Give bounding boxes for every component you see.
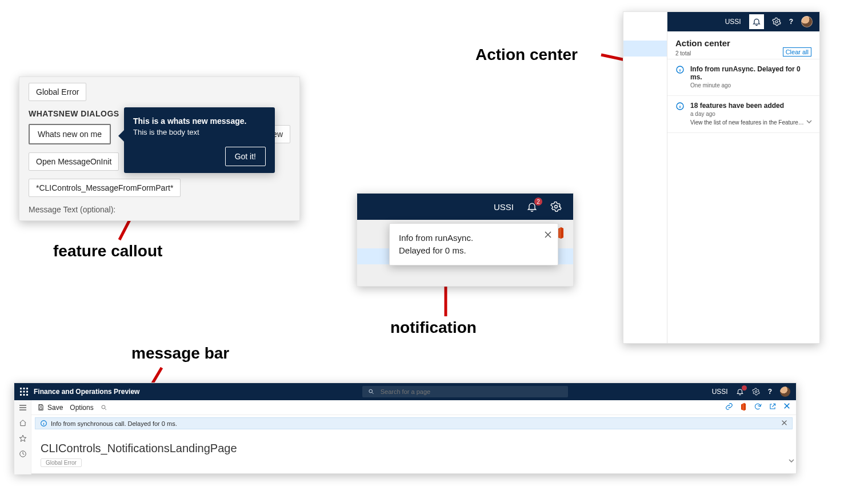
avatar[interactable] (780, 387, 790, 397)
svg-rect-14 (20, 388, 22, 389)
svg-line-24 (372, 392, 373, 393)
ac-item-time: One minute ago (690, 82, 811, 88)
bell-badge: 2 (534, 198, 542, 206)
tooltip-title: This is a whats new message. (133, 116, 266, 126)
search-box[interactable] (362, 386, 568, 397)
gear-icon[interactable] (772, 17, 781, 26)
label-feature-callout: feature callout (53, 242, 162, 260)
svg-point-7 (775, 21, 778, 23)
left-rail (14, 400, 31, 474)
gotit-button[interactable]: Got it! (225, 147, 266, 166)
toolbar: Save Options (31, 400, 796, 415)
hamburger-icon[interactable] (19, 404, 27, 413)
office-icon[interactable] (740, 403, 747, 413)
label-notification: notification (390, 319, 477, 337)
message-bar-text: Info from synchronous call. Delayed for … (51, 420, 177, 427)
ac-topbar: USSI ? (667, 12, 819, 31)
bell-icon[interactable] (736, 388, 744, 396)
ac-sidebar-stripe (623, 41, 667, 57)
svg-rect-21 (23, 394, 25, 396)
ussi-label: USSI (494, 202, 514, 212)
toast: Info from runAsync. Delayed for 0 ms. (389, 223, 558, 265)
ac-header: Action center 2 total Clear all (667, 31, 819, 59)
ac-item-title: 18 features have been added (690, 102, 805, 110)
notification-topbar: USSI 2 (357, 194, 573, 220)
global-error-button[interactable]: Global Error (29, 83, 86, 101)
bell-icon[interactable] (749, 14, 764, 29)
ac-item[interactable]: Info from runAsync. Delayed for 0 ms. On… (667, 59, 819, 96)
svg-rect-15 (23, 388, 25, 389)
search-small-icon[interactable] (101, 404, 107, 411)
link-icon[interactable] (725, 403, 733, 413)
close-icon[interactable] (544, 230, 552, 242)
page-heading: CLIControls_NotificationsLandingPage (31, 432, 796, 455)
svg-point-4 (555, 206, 558, 208)
svg-rect-31 (39, 405, 42, 406)
help-icon[interactable]: ? (768, 388, 772, 396)
bell-icon[interactable]: 2 (526, 201, 538, 212)
app-title: Finance and Operations Preview (34, 388, 139, 396)
waffle-icon[interactable] (20, 388, 28, 396)
open-messageoninit-button[interactable]: Open MessageOnInit (29, 152, 119, 171)
svg-rect-20 (20, 394, 22, 396)
ac-item-time: a day ago (690, 111, 805, 117)
svg-point-23 (369, 389, 373, 393)
gear-icon[interactable] (752, 388, 760, 396)
options-button[interactable]: Options (70, 404, 93, 412)
message-bar-page: Finance and Operations Preview USSI ? (14, 383, 797, 474)
ac-item-title: Info from runAsync. Delayed for 0 ms. (690, 65, 811, 81)
ussi-label-ac: USSI (725, 18, 741, 26)
popout-icon[interactable] (769, 403, 777, 413)
search-icon (368, 388, 374, 395)
bell-badge-dot (742, 385, 747, 391)
search-input[interactable] (379, 388, 563, 396)
save-icon (37, 404, 45, 411)
page-topbar: Finance and Operations Preview USSI ? (14, 383, 796, 400)
ussi-label-top: USSI (712, 388, 728, 396)
svg-rect-16 (26, 388, 28, 389)
help-icon[interactable]: ? (789, 18, 793, 26)
notification-panel: USSI 2 Info from runAsync. Delayed for 0… (357, 193, 574, 287)
clicontrols-msgfrompart-button[interactable]: *CLIControls_MessageFromFormPart* (29, 179, 181, 197)
svg-rect-22 (26, 394, 28, 396)
info-icon (40, 420, 47, 427)
clear-all-button[interactable]: Clear all (783, 47, 811, 57)
info-icon (675, 65, 685, 88)
chevron-down-icon[interactable] (788, 457, 795, 466)
close-icon[interactable] (783, 403, 790, 413)
svg-rect-32 (39, 408, 42, 409)
whats-new-button[interactable]: Whats new on me (29, 124, 111, 144)
action-center-panel: USSI ? Action center 2 total Clear all I… (623, 11, 820, 344)
message-bar: Info from synchronous call. Delayed for … (35, 417, 793, 429)
save-label: Save (47, 404, 63, 412)
whatsnew-tooltip: This is a whats new message. This is the… (124, 107, 275, 173)
info-icon (675, 102, 685, 126)
clock-icon[interactable] (19, 450, 27, 460)
home-icon[interactable] (19, 419, 27, 429)
svg-rect-17 (20, 391, 22, 393)
label-action-center: Action center (475, 46, 578, 64)
tooltip-pointer-icon (118, 130, 124, 142)
page-pill: Global Error (41, 458, 82, 467)
refresh-icon[interactable] (754, 403, 762, 413)
toast-line2: Delayed for 0 ms. (399, 245, 466, 255)
avatar[interactable] (801, 16, 813, 27)
save-button[interactable]: Save (37, 404, 63, 412)
gear-icon[interactable] (550, 201, 562, 212)
svg-point-25 (755, 391, 757, 393)
close-icon[interactable] (781, 420, 787, 427)
toast-line1: Info from runAsync. (399, 233, 473, 243)
svg-rect-19 (26, 391, 28, 393)
message-text-optional-label: Message Text (optional): (29, 205, 290, 214)
ac-item[interactable]: 18 features have been added a day ago Vi… (667, 96, 819, 133)
ac-item-detail: View the list of new features in the Fea… (690, 119, 805, 126)
svg-marker-29 (19, 435, 26, 441)
tooltip-body: This is the body text (133, 128, 266, 136)
svg-line-34 (105, 408, 106, 410)
ac-title: Action center (675, 38, 730, 48)
label-message-bar: message bar (131, 344, 229, 363)
svg-point-33 (102, 405, 105, 409)
star-icon[interactable] (19, 434, 27, 444)
svg-rect-18 (23, 391, 25, 393)
chevron-down-icon[interactable] (806, 118, 813, 127)
